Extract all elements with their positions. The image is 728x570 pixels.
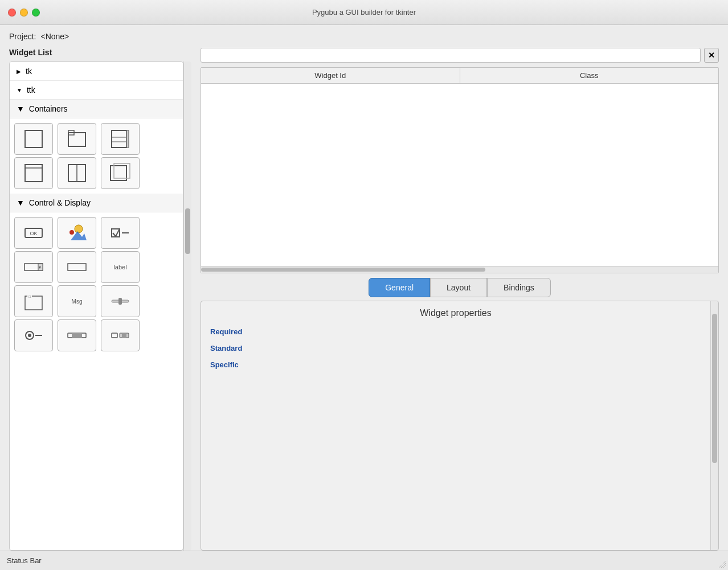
window-controls[interactable] <box>8 9 40 17</box>
tabs-row: General Layout Bindings <box>201 278 719 297</box>
control-labelframe-btn[interactable]: □ <box>14 285 53 317</box>
status-text: Status Bar <box>7 556 42 565</box>
props-section-standard: Standard <box>210 344 701 352</box>
svg-rect-36 <box>112 333 117 338</box>
control-checkbutton-btn[interactable] <box>101 217 140 249</box>
tree-table-hscrollbar-thumb <box>201 268 485 272</box>
svg-rect-3 <box>112 130 126 147</box>
svg-text:OK: OK <box>30 231 37 236</box>
tree-table-body[interactable] <box>201 84 718 266</box>
containers-icons-grid <box>10 118 183 194</box>
control-combobox-btn[interactable]: ▼ <box>14 251 53 283</box>
maximize-button[interactable] <box>32 9 40 17</box>
resize-handle-icon <box>718 560 727 569</box>
tree-list: ▶ tk ▼ ttk ▼ Containers <box>9 61 183 551</box>
control-label-btn[interactable]: label <box>101 251 140 283</box>
search-row: ✕ <box>201 48 719 63</box>
minimize-button[interactable] <box>20 9 28 17</box>
tree-item-ttk-label: ttk <box>27 85 35 95</box>
svg-rect-4 <box>126 130 129 147</box>
col-class: Class <box>460 68 719 83</box>
containers-label: Containers <box>29 104 68 113</box>
tab-bindings[interactable]: Bindings <box>487 278 551 297</box>
props-section-required-label: Required <box>210 327 701 336</box>
control-radiobutton-btn[interactable] <box>14 319 53 351</box>
svg-point-17 <box>69 230 74 235</box>
right-panel: ✕ Widget Id Class General Layout Binding… <box>191 48 719 551</box>
left-panel: Widget List ▶ tk ▼ ttk ▼ <box>9 48 191 551</box>
window-title: Pygubu a GUI builder for tkinter <box>312 8 416 17</box>
svg-rect-7 <box>25 165 42 182</box>
search-input[interactable] <box>201 48 701 63</box>
svg-rect-0 <box>25 130 42 147</box>
widget-tree-table: Widget Id Class <box>201 67 719 273</box>
tree-area: ▶ tk ▼ ttk ▼ Containers <box>9 61 191 551</box>
control-display-label: Control & Display <box>29 198 91 207</box>
control-scrollbar-h-btn[interactable] <box>58 319 96 351</box>
control-scrollbar-v-btn[interactable] <box>101 319 140 351</box>
status-bar: Status Bar <box>0 551 728 570</box>
props-section-standard-label: Standard <box>210 344 701 352</box>
props-section-specific-label: Specific <box>210 360 701 369</box>
left-panel-scrollbar-thumb <box>185 208 190 254</box>
control-entry-btn[interactable] <box>58 251 96 283</box>
tree-item-tk-label: tk <box>26 67 32 76</box>
svg-rect-38 <box>122 333 126 338</box>
body-split: Widget List ▶ tk ▼ ttk ▼ <box>9 48 719 551</box>
main-content: Project: <None> Widget List ▶ tk ▼ ttk <box>0 25 728 551</box>
tree-table-hscrollbar[interactable] <box>201 266 718 273</box>
properties-title: Widget properties <box>210 308 701 318</box>
svg-rect-30 <box>118 298 122 305</box>
container-scrolledframe-btn[interactable] <box>101 123 140 155</box>
control-icons-grid: OK <box>10 212 183 356</box>
titlebar: Pygubu a GUI builder for tkinter <box>0 0 728 25</box>
container-toplevel-btn[interactable] <box>101 157 140 189</box>
tree-section-containers[interactable]: ▼ Containers <box>10 100 183 118</box>
left-panel-scrollbar[interactable] <box>183 61 191 551</box>
svg-rect-23 <box>68 264 86 270</box>
svg-line-41 <box>723 565 726 568</box>
control-scale-btn[interactable] <box>101 285 140 317</box>
arrow-down-icon: ▼ <box>17 87 22 93</box>
svg-text:□: □ <box>28 295 31 298</box>
svg-rect-25 <box>25 296 42 310</box>
arrow-right-icon: ▶ <box>17 68 21 75</box>
tab-layout[interactable]: Layout <box>430 278 487 297</box>
container-notebook-btn[interactable] <box>58 123 96 155</box>
control-button-btn[interactable]: OK <box>14 217 53 249</box>
properties-content: Widget properties Required Standard Spec… <box>201 301 710 550</box>
clear-search-button[interactable]: ✕ <box>704 48 719 63</box>
project-label: Project: <box>9 32 36 41</box>
control-message-btn[interactable]: Msg <box>58 285 96 317</box>
control-image-btn[interactable] <box>58 217 96 249</box>
tree-item-tk[interactable]: ▶ tk <box>10 62 183 81</box>
tree-table-header: Widget Id Class <box>201 68 718 84</box>
properties-panel: Widget properties Required Standard Spec… <box>201 301 719 551</box>
control-display-arrow-icon: ▼ <box>17 198 24 207</box>
props-section-specific: Specific <box>210 360 701 369</box>
properties-scrollbar[interactable] <box>710 301 718 550</box>
properties-scrollbar-thumb <box>712 314 717 463</box>
svg-point-15 <box>75 225 83 233</box>
container-frame-btn[interactable] <box>14 123 53 155</box>
tab-general[interactable]: General <box>369 278 430 297</box>
col-widget-id: Widget Id <box>201 68 460 83</box>
props-section-required: Required <box>210 327 701 336</box>
container-panedwindow-v-btn[interactable] <box>58 157 96 189</box>
svg-rect-35 <box>72 333 82 338</box>
svg-text:Msg: Msg <box>72 298 83 305</box>
svg-line-40 <box>721 563 726 568</box>
svg-point-32 <box>28 334 31 337</box>
tree-section-control-display[interactable]: ▼ Control & Display <box>10 194 183 212</box>
container-panedwindow-btn[interactable] <box>14 157 53 189</box>
tree-item-ttk[interactable]: ▼ ttk <box>10 81 183 100</box>
containers-arrow-icon: ▼ <box>17 104 24 113</box>
project-value: <None> <box>40 32 69 41</box>
widget-list-title: Widget List <box>9 48 191 57</box>
svg-text:▼: ▼ <box>38 265 42 269</box>
close-button[interactable] <box>8 9 16 17</box>
project-row: Project: <None> <box>9 32 719 41</box>
svg-text:label: label <box>113 264 126 270</box>
